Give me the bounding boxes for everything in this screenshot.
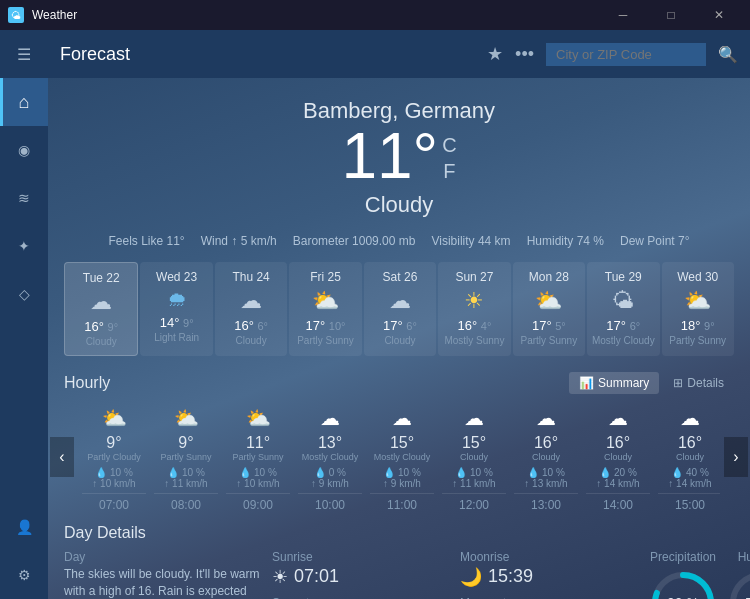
forecast-temps: 17° 10° — [293, 318, 357, 333]
search-input[interactable] — [546, 43, 706, 66]
hourly-wind: ↑ 14 km/h — [658, 478, 720, 489]
sidebar-item-life[interactable]: ◇ — [0, 270, 48, 318]
hourly-precip: 💧 10 % — [442, 467, 506, 478]
sunrise-sunset-cell: Sunrise ☀ 07:01 Sunset — [272, 550, 452, 599]
main-weather-display: Bamberg, Germany 11° C F Cloudy — [48, 78, 750, 228]
forecast-day-5[interactable]: Sun 27 ☀ 16° 4° Mostly Sunny — [438, 262, 510, 356]
forecast-day-2[interactable]: Thu 24 ☁ 16° 6° Cloudy — [215, 262, 287, 356]
hourly-temp: 15° — [442, 434, 506, 452]
search-icon[interactable]: 🔍 — [718, 45, 738, 64]
tab-details[interactable]: ⊞ Details — [663, 372, 734, 394]
day-details-section: Day Details Day The skies will be cloudy… — [48, 516, 750, 599]
maps-icon: ✦ — [18, 238, 30, 254]
temperature-value: 11° — [341, 124, 438, 188]
maximize-button[interactable]: □ — [648, 0, 694, 30]
forecast-day-icon: 🌤 — [591, 288, 655, 314]
day-description-text: The skies will be cloudy. It'll be warm … — [64, 566, 264, 599]
hourly-precip: 💧 0 % — [298, 467, 362, 478]
forecast-day-4[interactable]: Sat 26 ☁ 17° 6° Cloudy — [364, 262, 436, 356]
hourly-temp: 13° — [298, 434, 362, 452]
hourly-precip: 💧 20 % — [586, 467, 650, 478]
hourly-time: 14:00 — [586, 493, 650, 512]
forecast-day-name: Tue 22 — [69, 271, 133, 285]
forecast-lo: 6° — [630, 320, 641, 332]
forecast-day-7[interactable]: Tue 29 🌤 17° 6° Mostly Cloudy — [587, 262, 659, 356]
forecast-day-icon: ⛅ — [517, 288, 581, 314]
forecast-temps: 16° 9° — [69, 319, 133, 334]
hourly-time: 10:00 — [298, 493, 362, 512]
forecast-lo: 5° — [555, 320, 566, 332]
titlebar-controls[interactable]: ─ □ ✕ — [600, 0, 742, 30]
temperature-units: C F — [442, 124, 456, 184]
scroll-left-button[interactable]: ‹ — [50, 437, 74, 477]
forecast-day-name: Tue 29 — [591, 270, 655, 284]
more-options-button[interactable]: ••• — [515, 44, 534, 65]
forecast-hi: 17° — [606, 318, 626, 333]
forecast-lo: 4° — [481, 320, 492, 332]
sidebar-item-news[interactable]: ◉ — [0, 126, 48, 174]
forecast-day-icon: ⛅ — [293, 288, 357, 314]
tab-summary-label: Summary — [598, 376, 649, 390]
hourly-icon: ☁ — [298, 406, 362, 430]
sidebar-item-user[interactable]: 👤 — [0, 503, 48, 551]
forecast-cond: Light Rain — [144, 332, 208, 343]
hourly-item-1: ⛅ 9° Partly Sunny 💧 10 % ↑ 11 km/h 08:00 — [150, 398, 222, 516]
sunrise-label: Sunrise — [272, 550, 452, 564]
forecast-day-name: Wed 23 — [144, 270, 208, 284]
forecast-day-3[interactable]: Fri 25 ⛅ 17° 10° Partly Sunny — [289, 262, 361, 356]
hourly-scroll: ⛅ 9° Partly Cloudy 💧 10 % ↑ 10 km/h 07:0… — [78, 398, 720, 516]
minimize-button[interactable]: ─ — [600, 0, 646, 30]
humidity-cell: Humidity 59 % — [726, 550, 750, 599]
sidebar-item-historical[interactable]: ≋ — [0, 174, 48, 222]
forecast-temps: 16° 4° — [442, 318, 506, 333]
sidebar-item-menu[interactable]: ☰ — [0, 30, 48, 78]
forecast-day-6[interactable]: Mon 28 ⛅ 17° 5° Partly Sunny — [513, 262, 585, 356]
temperature-display: 11° C F — [48, 124, 750, 188]
sidebar-item-maps[interactable]: ✦ — [0, 222, 48, 270]
hourly-cond: Mostly Cloudy — [298, 452, 362, 463]
hourly-precip: 💧 10 % — [154, 467, 218, 478]
hourly-cond: Partly Sunny — [226, 452, 290, 463]
hourly-wind: ↑ 9 km/h — [298, 478, 362, 489]
hourly-container: ‹ ⛅ 9° Partly Cloudy 💧 10 % ↑ 10 km/h 07… — [48, 398, 750, 516]
close-button[interactable]: ✕ — [696, 0, 742, 30]
hourly-time: 07:00 — [82, 493, 146, 512]
unit-celsius[interactable]: C — [442, 132, 456, 158]
scroll-right-button[interactable]: › — [724, 437, 748, 477]
sidebar: ☰ ⌂ ◉ ≋ ✦ ◇ 👤 ⚙ — [0, 30, 48, 599]
hourly-wind: ↑ 9 km/h — [370, 478, 434, 489]
sidebar-item-settings[interactable]: ⚙ — [0, 551, 48, 599]
forecast-cond: Mostly Sunny — [442, 335, 506, 346]
forecast-day-name: Sat 26 — [368, 270, 432, 284]
forecast-hi: 16° — [84, 319, 104, 334]
home-icon: ⌂ — [19, 92, 30, 113]
favorite-button[interactable]: ★ — [487, 43, 503, 65]
tab-summary[interactable]: 📊 Summary — [569, 372, 659, 394]
hourly-item-2: ⛅ 11° Partly Sunny 💧 10 % ↑ 10 km/h 09:0… — [222, 398, 294, 516]
forecast-day-8[interactable]: Wed 30 ⛅ 18° 9° Partly Sunny — [662, 262, 734, 356]
forecast-temps: 17° 6° — [591, 318, 655, 333]
hourly-time: 11:00 — [370, 493, 434, 512]
sidebar-item-home[interactable]: ⌂ — [0, 78, 48, 126]
news-icon: ◉ — [18, 142, 30, 158]
forecast-day-1[interactable]: Wed 23 🌧 14° 9° Light Rain — [140, 262, 212, 356]
hourly-item-6: ☁ 16° Cloudy 💧 10 % ↑ 13 km/h 13:00 — [510, 398, 582, 516]
hourly-icon: ⛅ — [82, 406, 146, 430]
forecast-day-icon: ⛅ — [666, 288, 730, 314]
hourly-precip: 💧 40 % — [658, 467, 720, 478]
forecast-cond: Partly Sunny — [517, 335, 581, 346]
forecast-temps: 14° 9° — [144, 315, 208, 330]
hourly-cond: Cloudy — [514, 452, 578, 463]
forecast-day-icon: ☁ — [69, 289, 133, 315]
day-label: Day — [64, 550, 264, 564]
hourly-item-3: ☁ 13° Mostly Cloudy 💧 0 % ↑ 9 km/h 10:00 — [294, 398, 366, 516]
hourly-section-header: Hourly 📊 Summary ⊞ Details — [48, 364, 750, 398]
hourly-temp: 11° — [226, 434, 290, 452]
hourly-precip: 💧 10 % — [82, 467, 146, 478]
unit-fahrenheit[interactable]: F — [442, 158, 456, 184]
dew-point-detail: Dew Point 7° — [620, 234, 690, 248]
titlebar: 🌤 Weather ─ □ ✕ — [0, 0, 750, 30]
forecast-day-name: Thu 24 — [219, 270, 283, 284]
forecast-day-0[interactable]: Tue 22 ☁ 16° 9° Cloudy — [64, 262, 138, 356]
hourly-icon: ⛅ — [154, 406, 218, 430]
